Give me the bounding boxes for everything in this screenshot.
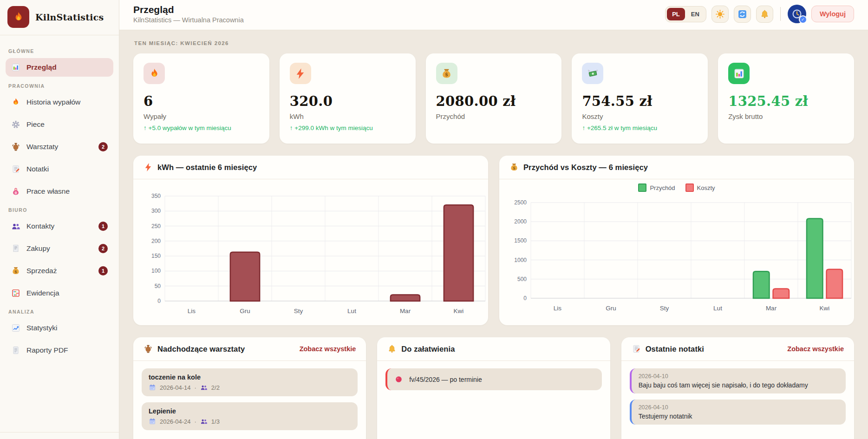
todo-panel-title: Do załatwienia (401, 345, 455, 354)
sync-button[interactable] (734, 6, 751, 23)
sidebar-item-badge: 1 (98, 266, 108, 275)
main-area: Przegląd KilnStatistics — Wirtualna Prac… (119, 0, 868, 439)
stat-card-wypaly: 6Wypały↑ +5.0 wypałów w tym miesiącu (133, 53, 269, 144)
flame-icon (13, 11, 25, 23)
dashboard-content: TEN MIESIĄC: KWIECIEŃ 2026 6Wypały↑ +5.0… (119, 30, 868, 439)
bar-chart-icon (733, 68, 745, 79)
page-title: Przegląd (133, 4, 244, 15)
sync-icon (737, 9, 747, 19)
language-switch: PL EN (665, 6, 706, 22)
note-text: Testujemy notatnik (639, 413, 839, 420)
sidebar-item-notatki[interactable]: Notatki (6, 160, 113, 178)
svg-text:0: 0 (523, 295, 527, 301)
nav-section-label: GŁÓWNE (8, 48, 111, 54)
theme-toggle-button[interactable] (711, 6, 729, 23)
notes-list: 2026-04-10Baju baju coś tam więcej sie n… (621, 361, 854, 439)
sidebar-item-zakupy[interactable]: Zakupy2 (6, 239, 113, 258)
notes-see-all-link[interactable]: Zobacz wszystkie (787, 345, 844, 353)
logo-row: KilnStatistics (0, 0, 119, 35)
sidebar-item-kontakty[interactable]: Kontakty1 (6, 217, 113, 236)
stat-label: Koszty (582, 112, 698, 120)
revenue-costs-chart: 05001000150020002500LisGruStyLutMarKwi (499, 192, 854, 322)
svg-text:350: 350 (151, 193, 161, 199)
bar-chart-icon (11, 63, 20, 72)
page-subtitle: KilnStatistics — Wirtualna Pracownia (133, 16, 244, 24)
gear-icon (11, 120, 20, 129)
amphora-icon (144, 344, 153, 354)
sidebar-item-przeglad[interactable]: Przegląd (6, 58, 113, 77)
note-list-item[interactable]: 2026-04-10Baju baju coś tam więcej sie n… (630, 368, 846, 393)
sidebar-item-statystyki[interactable]: Statystyki (6, 319, 113, 337)
stat-icon-chip (728, 63, 750, 84)
sidebar-item-historia-wypalow[interactable]: Historia wypałów (6, 93, 113, 111)
notifications-button[interactable] (756, 6, 773, 23)
workshop-list-item[interactable]: toczenie na kole2026-04-14·2/2 (142, 368, 358, 396)
app-logo (7, 6, 29, 28)
stat-trend: ↑ +5.0 wypałów w tym miesiącu (144, 124, 259, 131)
todo-list-item[interactable]: fv/45/2026 — po terminie (385, 368, 601, 390)
svg-text:$: $ (445, 72, 448, 78)
svg-text:50: 50 (155, 283, 161, 289)
sidebar-item-prace-wlasne[interactable]: Prace własne (6, 182, 113, 201)
topbar-actions: PL EN ✓ Wyloguj (665, 5, 854, 23)
memo-icon (11, 164, 20, 174)
sidebar-item-raporty-pdf[interactable]: Raporty PDF (6, 341, 113, 360)
revenue-costs-chart-title: Przychód vs Koszty — 6 miesięcy (523, 163, 648, 172)
notes-panel-header: Ostatnie notatki Zobacz wszystkie (621, 337, 854, 361)
sidebar-item-sprzedaz[interactable]: $Sprzedaż1 (6, 262, 113, 280)
todo-panel: Do załatwienia fv/45/2026 — po terminie (377, 337, 610, 439)
svg-text:2000: 2000 (514, 218, 527, 225)
sidebar-item-label: Warsztaty (26, 143, 58, 151)
svg-text:Kwi: Kwi (820, 305, 830, 312)
sidebar-item-label: Kontakty (26, 222, 54, 230)
legend-label: Koszty (697, 184, 715, 191)
memo-icon (632, 344, 641, 354)
sidebar-nav: GŁÓWNEPrzeglądPRACOWNIAHistoria wypałówP… (0, 35, 119, 432)
note-list-item[interactable]: 2026-04-10Testujemy notatnik (630, 400, 846, 425)
svg-text:1000: 1000 (514, 257, 527, 263)
workshop-list-item[interactable]: Lepienie2026-04-24·1/3 (142, 402, 358, 430)
legend-entry-koszty: Koszty (685, 183, 715, 192)
note-date: 2026-04-10 (639, 404, 839, 411)
todo-text: fv/45/2026 — po terminie (409, 376, 482, 383)
sidebar-item-label: Raporty PDF (26, 346, 68, 354)
stat-value: 320.0 (290, 93, 405, 109)
clock-check-badge: ✓ (799, 15, 807, 24)
kwh-chart-title: kWh — ostatnie 6 miesięcy (157, 163, 257, 172)
amphora-icon (11, 142, 20, 151)
people-icon (200, 418, 208, 425)
receipt-icon (11, 244, 20, 253)
sidebar-item-label: Prace własne (26, 187, 70, 196)
workshop-name: toczenie na kole (149, 373, 351, 381)
svg-text:150: 150 (151, 253, 161, 259)
sidebar-item-ewidencja[interactable]: Ewidencja (6, 284, 113, 302)
svg-text:Gru: Gru (240, 308, 250, 315)
legend-entry-przychod: Przychód (638, 183, 675, 192)
sidebar-footer-divider (0, 432, 119, 439)
legend-swatch (638, 183, 646, 192)
meta-separator: · (195, 384, 196, 391)
svg-text:100: 100 (151, 268, 161, 274)
stat-value: 2080.00 zł (436, 93, 552, 109)
lang-pl-button[interactable]: PL (667, 8, 685, 20)
svg-text:Gru: Gru (606, 305, 616, 312)
svg-text:$: $ (14, 269, 17, 274)
sidebar-item-badge: 2 (98, 244, 108, 253)
people-icon (200, 384, 208, 391)
sidebar-item-badge: 1 (98, 222, 108, 231)
workshop-name: Lepienie (149, 407, 351, 415)
workshops-see-all-link[interactable]: Zobacz wszystkie (300, 345, 356, 353)
clock-button[interactable]: ✓ (788, 5, 806, 23)
logout-button[interactable]: Wyloguj (811, 6, 854, 22)
sidebar-item-label: Historia wypałów (26, 98, 80, 106)
lang-en-button[interactable]: EN (686, 8, 705, 20)
app-name: KilnStatistics (35, 12, 104, 22)
chart-up-icon (11, 323, 20, 333)
sidebar-item-warsztaty[interactable]: Warsztaty2 (6, 138, 113, 156)
sidebar-item-piece[interactable]: Piece (6, 115, 113, 134)
month-section-label: TEN MIESIĄC: KWIECIEŃ 2026 (134, 40, 853, 46)
stat-icon-chip: $ (436, 63, 457, 84)
stat-icon-chip (290, 63, 311, 84)
revenue-costs-chart-header: $ Przychód vs Koszty — 6 miesięcy (499, 156, 854, 179)
stat-label: Przychód (436, 112, 552, 120)
